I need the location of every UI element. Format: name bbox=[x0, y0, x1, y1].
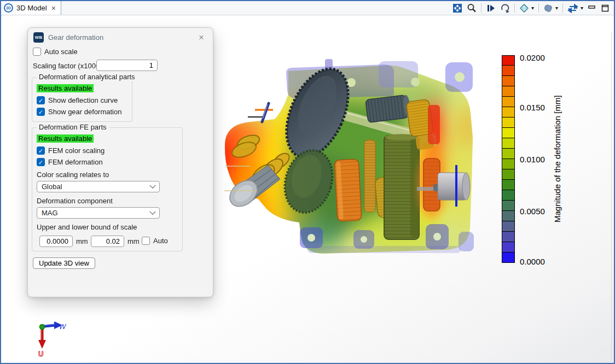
update-3d-view-button[interactable]: Update 3D view bbox=[33, 257, 95, 269]
colorbar-segment bbox=[502, 232, 515, 242]
show-deflection-checkbox[interactable] bbox=[37, 96, 45, 104]
toolbar-separator bbox=[514, 3, 515, 13]
colorbar-tick: 0.0050 bbox=[520, 207, 545, 216]
view-toolbar: ▾ ▾ ▾ bbox=[452, 3, 614, 13]
gear-orange bbox=[334, 159, 362, 221]
fem-deformation-checkbox[interactable] bbox=[37, 158, 45, 166]
lower-bound-input[interactable] bbox=[39, 236, 73, 247]
colorbar-segment bbox=[502, 253, 515, 263]
colorbar-segment bbox=[502, 76, 515, 86]
application-window: 3D 3D Model × bbox=[0, 0, 615, 364]
auto-scale-checkbox-row[interactable]: Auto scale bbox=[33, 48, 78, 56]
colorbar-segment bbox=[502, 138, 515, 149]
viewport-edge bbox=[611, 32, 612, 360]
tab-bar: 3D 3D Model × bbox=[1, 1, 614, 15]
show-deflection-row[interactable]: Show deflection curve bbox=[37, 96, 118, 104]
deformation-component-select[interactable]: MAG bbox=[37, 207, 160, 219]
zoom-icon[interactable] bbox=[467, 3, 477, 13]
colorbar-segment bbox=[502, 118, 515, 128]
show-gear-deformation-checkbox[interactable] bbox=[37, 108, 45, 116]
bearing-cylinder bbox=[365, 95, 412, 122]
colorbar-segment bbox=[502, 97, 515, 107]
group-fe-title: Deformation FE parts bbox=[37, 123, 109, 131]
3d-viewport[interactable]: W U 0.0200 0.015 bbox=[1, 15, 614, 363]
tab-close-icon[interactable]: × bbox=[51, 4, 56, 12]
fem-deformation-label: FEM deformation bbox=[48, 158, 103, 166]
colorbar-segment bbox=[502, 107, 515, 118]
show-gear-deformation-label: Show gear deformation bbox=[48, 108, 121, 116]
auto-bounds-checkbox[interactable] bbox=[142, 237, 150, 245]
step-run-icon[interactable] bbox=[486, 3, 496, 13]
group-analytical-parts: Deformation of analytical parts Results … bbox=[32, 77, 132, 122]
deformation-component-label: Deformation component bbox=[37, 197, 113, 205]
auto-bounds-label: Auto bbox=[153, 237, 168, 245]
color-scaling-relates-value: Global bbox=[42, 183, 62, 191]
colorbar-tick: 0.0100 bbox=[520, 155, 545, 164]
colorbar-segment bbox=[502, 201, 515, 211]
upper-bound-unit: mm bbox=[127, 237, 140, 245]
dialog-title: Gear deformation bbox=[48, 33, 192, 42]
fem-color-scaling-checkbox[interactable] bbox=[37, 146, 45, 155]
measurement-marker bbox=[248, 103, 273, 122]
orientation-axes: W U bbox=[38, 321, 67, 358]
fem-color-scaling-row[interactable]: FEM color scaling bbox=[37, 146, 105, 155]
chevron-down-icon bbox=[149, 182, 155, 188]
chevron-down-icon[interactable]: ▾ bbox=[555, 5, 558, 11]
colorbar-axis-title: Magnitude of the deformation [mm] bbox=[550, 55, 564, 263]
render-mode-icon[interactable] bbox=[519, 3, 529, 13]
toolbar-separator bbox=[481, 3, 481, 13]
colorbar-segment bbox=[502, 221, 515, 232]
deflection-line-marker bbox=[455, 165, 457, 207]
gear-large-olive bbox=[384, 134, 419, 239]
colorbar-segment bbox=[502, 242, 515, 253]
fit-view-icon[interactable] bbox=[452, 3, 462, 13]
colorbar-segment bbox=[502, 55, 515, 66]
bounds-label: Upper and lower bound of scale bbox=[37, 223, 137, 231]
toolbar-separator bbox=[562, 3, 563, 13]
shading-icon[interactable] bbox=[543, 3, 553, 13]
show-gear-deformation-row[interactable]: Show gear deformation bbox=[37, 108, 121, 116]
wb-app-icon: WB bbox=[33, 32, 44, 43]
scaling-factor-input[interactable] bbox=[96, 60, 158, 71]
gear-deformation-dialog: WB Gear deformation × Auto scale Scaling… bbox=[27, 27, 213, 297]
group-analytical-title: Deformation of analytical parts bbox=[37, 73, 137, 81]
v-axis-origin bbox=[40, 325, 45, 330]
colorbar-segment bbox=[502, 169, 515, 180]
u-axis-arrow bbox=[38, 340, 46, 349]
minimize-icon[interactable] bbox=[588, 4, 596, 13]
rotate-view-icon[interactable] bbox=[500, 3, 510, 13]
u-axis-label: U bbox=[38, 350, 43, 358]
deformation-colorbar bbox=[502, 55, 516, 263]
auto-scale-label: Auto scale bbox=[44, 48, 78, 56]
group-fe-parts: Deformation FE parts Results available F… bbox=[32, 127, 183, 251]
chevron-down-icon[interactable]: ▾ bbox=[581, 5, 583, 11]
colorbar-segment bbox=[502, 66, 515, 76]
colorbar-segment bbox=[502, 128, 515, 138]
show-deflection-label: Show deflection curve bbox=[48, 96, 118, 104]
refresh-loop-icon[interactable] bbox=[567, 3, 578, 13]
colorbar-tick: 0.0200 bbox=[520, 53, 545, 62]
colorbar-segment bbox=[502, 190, 515, 201]
scaling-factor-label: Scaling factor (x1000) bbox=[33, 62, 102, 70]
close-icon[interactable]: × bbox=[196, 33, 206, 42]
color-scaling-relates-select[interactable]: Global bbox=[37, 181, 160, 192]
colorbar-segment bbox=[502, 211, 515, 221]
fem-deformation-row[interactable]: FEM deformation bbox=[37, 158, 103, 166]
maximize-icon[interactable] bbox=[601, 4, 610, 13]
colorbar-segment bbox=[502, 149, 515, 159]
auto-scale-checkbox[interactable] bbox=[33, 48, 41, 56]
colorbar-tick: 0.0150 bbox=[520, 103, 545, 112]
tab-3d-model[interactable]: 3D 3D Model × bbox=[1, 1, 61, 15]
chevron-down-icon[interactable]: ▾ bbox=[531, 5, 534, 11]
dialog-titlebar[interactable]: WB Gear deformation × bbox=[28, 28, 213, 43]
fem-color-scaling-label: FEM color scaling bbox=[48, 146, 105, 155]
colorbar-segment bbox=[502, 159, 515, 169]
colorbar-segment bbox=[502, 86, 515, 97]
color-scaling-relates-label: Color scaling relates to bbox=[37, 171, 109, 179]
tab-label: 3D Model bbox=[16, 4, 47, 12]
toolbar-separator bbox=[538, 3, 539, 13]
colorbar-tick: 0.0000 bbox=[520, 257, 545, 266]
upper-bound-input[interactable] bbox=[91, 236, 124, 247]
lower-bound-unit: mm bbox=[76, 237, 88, 245]
auto-bounds-row[interactable]: Auto bbox=[142, 237, 168, 245]
